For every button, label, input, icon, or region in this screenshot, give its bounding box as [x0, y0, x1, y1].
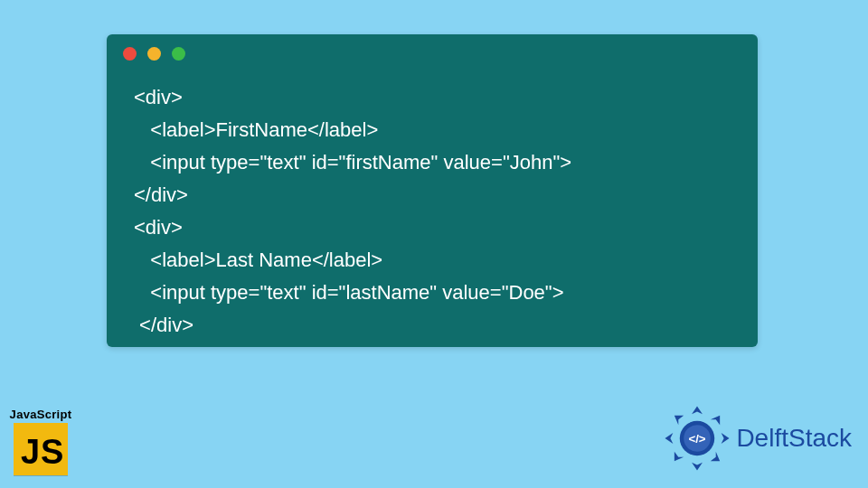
svg-marker-1 [722, 433, 730, 444]
delftstack-icon: </> [664, 405, 731, 472]
svg-marker-6 [675, 452, 684, 461]
delftstack-name: DelftStack [736, 424, 852, 453]
delftstack-logo: </> DelftStack [664, 405, 852, 472]
javascript-label: JavaScript [5, 408, 76, 421]
svg-marker-2 [692, 463, 703, 471]
js-icon: J S [14, 423, 68, 475]
window-traffic-lights [123, 47, 185, 61]
svg-marker-4 [711, 416, 720, 425]
code-window: <div> <label>FirstName</label> <input ty… [107, 34, 758, 347]
zoom-icon [172, 47, 185, 61]
svg-marker-5 [711, 452, 720, 461]
close-icon [123, 47, 137, 61]
svg-marker-0 [692, 406, 703, 414]
code-tag-glyph: </> [689, 432, 706, 446]
svg-marker-7 [675, 416, 684, 425]
javascript-badge: JavaScript J S [5, 408, 76, 475]
svg-marker-3 [665, 433, 674, 444]
code-block: <div> <label>FirstName</label> <input ty… [134, 81, 740, 342]
minimize-icon [147, 47, 161, 61]
